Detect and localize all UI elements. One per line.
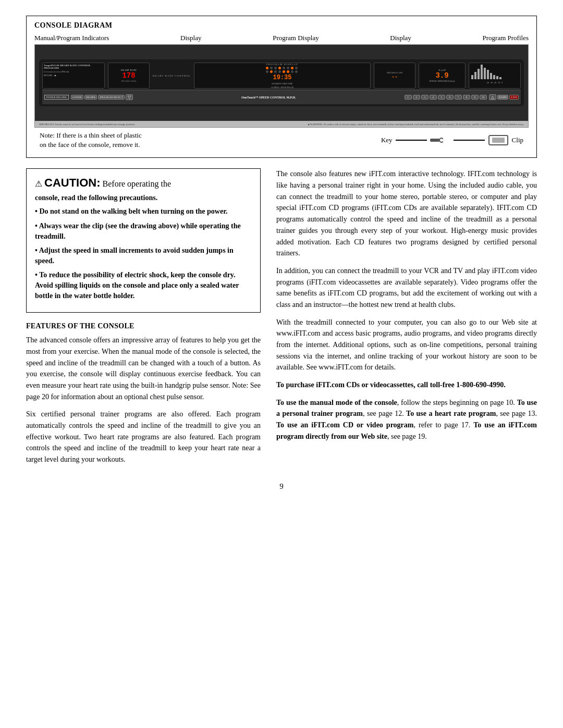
program-profiles-label: Program Profiles bbox=[483, 34, 529, 42]
ifit-logo: i.f.i.t.e.r.a.c.t.i.v.i.t.y iFIT.com bbox=[44, 70, 103, 73]
note-line2: on the face of the console, remove it. bbox=[40, 141, 140, 149]
console-inner: TargetPULSE HEART RATE CONTROL PROGRAMS … bbox=[39, 59, 524, 106]
incline-label: INCLINE —▶ bbox=[44, 74, 103, 77]
program-select-button[interactable]: PROGRAM SELECT bbox=[98, 95, 124, 100]
dot-14 bbox=[287, 70, 289, 73]
dots-grid bbox=[266, 67, 298, 73]
speed-8-button[interactable]: 8 bbox=[463, 95, 470, 100]
program-display-section: PROGRAM DISPLAY bbox=[194, 63, 371, 89]
dot-7 bbox=[291, 67, 293, 69]
warning-bar: IMPORTANT: Incline must be at lowest lev… bbox=[35, 121, 528, 127]
caution-word: CAUTION: bbox=[44, 176, 101, 189]
speed-2-button[interactable]: 2 bbox=[413, 95, 420, 100]
manual-mode-bold: To use the manual mode of the console bbox=[276, 399, 397, 406]
dot-2 bbox=[270, 67, 273, 69]
faster-start-stop-buttons: △ START STOP bbox=[489, 94, 519, 100]
console-image: TargetPULSE HEART RATE CONTROL PROGRAMS … bbox=[34, 44, 529, 128]
left-column: ⚠ CAUTION: Before operating the console,… bbox=[26, 168, 261, 471]
console-controls-row: POWER INCLINE LOWER HIGHER PROGRAM SELEC… bbox=[42, 90, 521, 104]
dot-3 bbox=[274, 67, 277, 69]
start-button[interactable]: START bbox=[497, 95, 508, 100]
bar-2 bbox=[474, 72, 476, 79]
distance-value: -- bbox=[391, 74, 398, 80]
display-right-label: Display bbox=[390, 34, 411, 42]
speed-unit-label: SPEED MIN/MILE(km) bbox=[429, 80, 455, 82]
para4-part3: , see page 13. bbox=[496, 410, 537, 417]
display-left-label: Display bbox=[180, 34, 201, 42]
heart-rate-bold: To use a heart rate program bbox=[406, 410, 496, 417]
right-paragraph4: To use the manual mode of the console, f… bbox=[276, 397, 537, 442]
speed-6-button[interactable]: 6 bbox=[446, 95, 454, 100]
console-title: CONSOLE DIAGRAM bbox=[34, 21, 529, 30]
right-column: The console also features new iFIT.com i… bbox=[276, 168, 537, 471]
key-item: Key bbox=[381, 136, 443, 144]
features-paragraph2: Six certified personal trainer programs … bbox=[26, 409, 261, 465]
speed-5-button[interactable]: 5 bbox=[438, 95, 445, 100]
caution-item-2: Always wear the clip (see the drawing ab… bbox=[35, 221, 252, 241]
speed-display-section: K m/H 3.9 SPEED MIN/MILE(km) bbox=[419, 63, 466, 89]
para4-part2: , see page 12. bbox=[363, 410, 406, 417]
main-content: ⚠ CAUTION: Before operating the console,… bbox=[26, 168, 537, 471]
segment-label: SEGMENT TIME TIME bbox=[272, 82, 292, 85]
features-section: FEATURES OF THE CONSOLE The advanced con… bbox=[26, 322, 261, 465]
caution-bold-line: console, read the following precautions. bbox=[35, 194, 252, 202]
clip-line bbox=[454, 140, 485, 141]
warning-text-right: ▲WARNING: To reduce risk of serious inju… bbox=[308, 123, 524, 126]
manual-program-label: Manual/Program Indicators bbox=[34, 34, 109, 42]
key-clip-row: Note: If there is a thin sheet of plasti… bbox=[34, 131, 529, 150]
dot-16 bbox=[295, 70, 298, 73]
targetpulse-panel: TargetPULSE HEART RATE CONTROL PROGRAMS … bbox=[42, 63, 105, 89]
features-title: FEATURES OF THE CONSOLE bbox=[26, 322, 261, 330]
power-incline-box: POWER INCLINE bbox=[44, 95, 69, 100]
higher-button[interactable]: HIGHER bbox=[84, 95, 97, 100]
distance-laps-section: DISTANCE LAPS -- bbox=[374, 63, 415, 89]
caution-box: ⚠ CAUTION: Before operating the console,… bbox=[26, 168, 261, 313]
profile-numbers: 40 · 30 · 20 · 10 · 0 bbox=[469, 81, 520, 84]
dot-6 bbox=[287, 67, 289, 69]
heart-rate-value: 178 bbox=[122, 71, 135, 80]
bar-3 bbox=[478, 69, 480, 79]
dot-1 bbox=[266, 67, 268, 69]
dot-4 bbox=[278, 67, 281, 69]
speed-1-button[interactable]: 1 bbox=[405, 95, 412, 100]
speed-control-label: OneTouch™ SPEED CONTROL M.P.H. bbox=[135, 96, 402, 99]
dot-9 bbox=[266, 70, 268, 73]
slower-button[interactable]: ▽ bbox=[126, 94, 133, 100]
heart-rate-display: HEART RATE 178 AT CALS. CALS. bbox=[108, 63, 150, 89]
dot-10 bbox=[270, 70, 273, 73]
page-number: 9 bbox=[26, 482, 537, 491]
caution-item-3: Adjust the speed in small increments to … bbox=[35, 245, 252, 266]
caution-item-4: To reduce the possibility of electric sh… bbox=[35, 270, 252, 301]
para4-part1: , follow the steps beginning on page 10. bbox=[397, 399, 517, 406]
bar-1 bbox=[471, 75, 473, 79]
warning-text-left: IMPORTANT: Incline must be at lowest lev… bbox=[39, 123, 135, 126]
stop-button[interactable]: STOP bbox=[509, 95, 519, 100]
console-face: TargetPULSE HEART RATE CONTROL PROGRAMS … bbox=[35, 45, 528, 121]
note-text: Note: If there is a thin sheet of plasti… bbox=[40, 131, 381, 150]
para4-part5: , see page 19. bbox=[387, 433, 427, 440]
speed-4-button[interactable]: 4 bbox=[430, 95, 437, 100]
speed-7-button[interactable]: 7 bbox=[455, 95, 462, 100]
svg-rect-3 bbox=[492, 138, 505, 143]
key-clip-right: Key Clip bbox=[381, 134, 523, 146]
dot-5 bbox=[283, 67, 285, 69]
at-cals-label: AT CALS. CALS. bbox=[121, 80, 136, 82]
bar-10 bbox=[499, 77, 501, 79]
faster-button[interactable]: △ bbox=[489, 94, 496, 100]
bar-6 bbox=[487, 70, 489, 79]
diagram-labels: Manual/Program Indicators Display Progra… bbox=[34, 34, 529, 42]
lower-button[interactable]: LOWER bbox=[71, 95, 83, 100]
bar-9 bbox=[496, 76, 498, 79]
speed-value: 3.9 bbox=[435, 71, 448, 80]
console-display-row: TargetPULSE HEART RATE CONTROL PROGRAMS … bbox=[42, 61, 521, 90]
speed-number-buttons: 1 2 3 4 5 6 7 8 9 10 bbox=[405, 95, 487, 100]
dot-12 bbox=[278, 70, 281, 73]
key-icon bbox=[430, 137, 443, 144]
speed-3-button[interactable]: 3 bbox=[421, 95, 429, 100]
note-line1: Note: If there is a thin sheet of plasti… bbox=[40, 131, 142, 139]
bar-4 bbox=[481, 65, 483, 79]
speed-9-button[interactable]: 9 bbox=[471, 95, 479, 100]
speed-10-button[interactable]: 10 bbox=[480, 95, 487, 100]
dot-15 bbox=[291, 70, 293, 73]
purchase-bold-line: To purchase iFIT.com CDs or videocassett… bbox=[276, 379, 537, 391]
